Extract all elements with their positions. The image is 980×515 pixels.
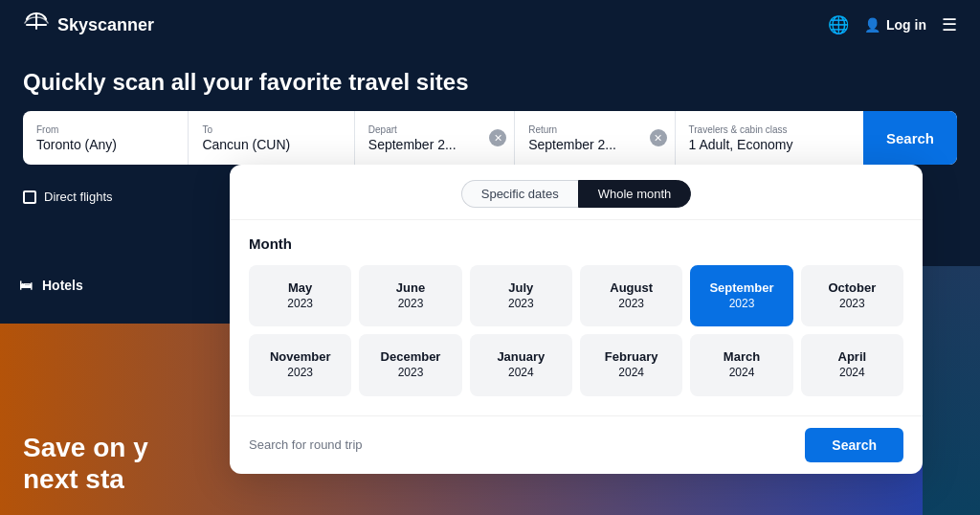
from-field[interactable]: From Toronto (Any) [23,111,189,165]
depart-field[interactable]: Depart September 2... ✕ [355,111,515,165]
month-cell[interactable]: July2023 [470,265,572,326]
hotels-label: Hotels [42,278,83,293]
depart-clear-button[interactable]: ✕ [489,129,506,146]
month-cell[interactable]: October2023 [801,265,903,326]
hotels-nav-item[interactable]: 🛏 Hotels [0,266,230,304]
login-button[interactable]: 👤 Log in [864,17,926,33]
from-label: From [36,124,174,135]
return-field[interactable]: Return September 2... ✕ [515,111,675,165]
header-actions: 🌐 👤 Log in ☰ [828,14,957,35]
month-cell[interactable]: February2024 [580,334,682,395]
tab-specific-dates[interactable]: Specific dates [461,180,578,208]
month-cell[interactable]: September2023 [690,265,792,326]
calendar-search-button[interactable]: Search [805,428,903,462]
travelers-value: 1 Adult, Economy [689,137,850,152]
month-cell[interactable]: August2023 [580,265,682,326]
depart-label: Depart [368,124,483,135]
travelers-field[interactable]: Travelers & cabin class 1 Adult, Economy [676,111,863,165]
right-image-panel [923,266,980,515]
header: Skyscanner 🌐 👤 Log in ☰ [0,0,980,50]
hotels-icon: 🛏 [19,278,33,293]
depart-value: September 2... [368,137,483,152]
hero-bg-text: Save on y next sta [23,432,148,496]
to-value: Cancun (CUN) [202,137,340,152]
month-cell[interactable]: March2024 [690,334,792,395]
month-cell[interactable]: November2023 [249,334,351,395]
month-cell[interactable]: January2024 [470,334,572,395]
return-clear-button[interactable]: ✕ [650,129,667,146]
return-label: Return [528,124,643,135]
to-label: To [202,124,340,135]
logo: Skyscanner [23,11,154,38]
calendar-footer: Search for round trip Search [230,415,923,474]
month-cell[interactable]: May2023 [249,265,351,326]
skyscanner-logo-icon [23,11,50,38]
logo-text: Skyscanner [57,15,154,35]
month-cell[interactable]: December2023 [359,334,461,395]
search-bar: From Toronto (Any) To Cancun (CUN) Depar… [23,111,957,165]
to-field[interactable]: To Cancun (CUN) [189,111,354,165]
hero-section: Quickly scan all your favorite travel si… [0,50,980,180]
hero-title: Quickly scan all your favorite travel si… [23,69,957,96]
direct-flights-checkbox[interactable] [23,190,36,204]
menu-button[interactable]: ☰ [942,14,957,35]
search-button[interactable]: Search [863,111,957,165]
travelers-label: Travelers & cabin class [689,124,850,135]
month-section-label: Month [249,235,903,252]
direct-flights-label: Direct flights [44,190,113,204]
user-icon: 👤 [864,17,880,33]
month-cell[interactable]: June2023 [359,265,461,326]
calendar-tabs: Specific dates Whole month [230,165,923,220]
footer-text: Search for round trip [249,437,363,452]
return-value: September 2... [528,137,643,152]
from-value: Toronto (Any) [36,137,174,152]
month-cell[interactable]: April2024 [801,334,903,395]
globe-icon-button[interactable]: 🌐 [828,14,849,35]
tab-whole-month[interactable]: Whole month [578,180,692,208]
months-grid: May2023June2023July2023August2023Septemb… [249,265,903,396]
calendar-modal: Specific dates Whole month Month May2023… [230,165,923,474]
calendar-body: Month May2023June2023July2023August2023S… [230,220,923,415]
